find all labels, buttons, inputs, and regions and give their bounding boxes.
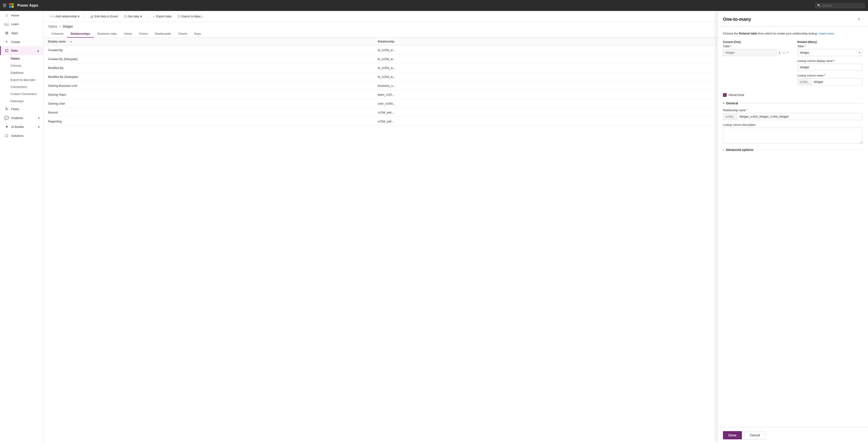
- done-button[interactable]: Done: [723, 431, 742, 439]
- sidebar-item-apps[interactable]: ⊞ Apps: [0, 29, 43, 37]
- advanced-section-title: Advanced options: [726, 148, 753, 152]
- learn-more-link[interactable]: Learn more: [819, 32, 834, 35]
- breadcrumb-tables-link[interactable]: Tables: [48, 25, 57, 28]
- panel-header: One-to-many ×: [717, 11, 868, 27]
- get-data-chevron-icon: ▾: [140, 14, 142, 18]
- row-display-name: Record: [43, 108, 373, 117]
- relationship-line-1: 1: [779, 51, 780, 54]
- lookup-col-display-field: Lookup column display name *: [798, 59, 863, 71]
- top-nav: ☰ Power Apps 🔍: [0, 0, 868, 11]
- export-data-button[interactable]: → Export data: [150, 13, 174, 20]
- sidebar-sub-item-gateways[interactable]: Gateways: [0, 97, 43, 104]
- sidebar-item-flows[interactable]: ↻ Flows: [0, 104, 43, 114]
- app-name: Power Apps: [18, 3, 38, 7]
- tab-forms[interactable]: Forms: [136, 30, 151, 38]
- add-icon: +: [50, 14, 52, 18]
- ai-builder-chevron-icon: ▾: [38, 125, 39, 129]
- excel-icon: 📊: [90, 14, 93, 18]
- current-section-heading: Current (One): [723, 40, 788, 43]
- add-relationship-button[interactable]: + + Add relationship ▾: [48, 13, 82, 20]
- tab-relationships[interactable]: Relationships: [67, 30, 94, 38]
- search-bar[interactable]: 🔍: [815, 3, 865, 8]
- cancel-button[interactable]: Cancel: [744, 431, 766, 439]
- sidebar-item-ai-builder[interactable]: ✦ AI Builder ▾: [0, 122, 43, 131]
- row-display-name: Regarding: [43, 117, 373, 126]
- general-section-title: General: [726, 101, 738, 105]
- current-table-input: [723, 49, 777, 56]
- row-display-name: Owning Team: [43, 90, 373, 99]
- rel-name-prefix: cr25d_: [723, 113, 737, 120]
- general-section-divider[interactable]: ▾ General: [723, 101, 863, 105]
- search-icon: 🔍: [817, 4, 821, 7]
- lookup-desc-textarea[interactable]: [723, 128, 863, 144]
- sidebar-sub-item-export[interactable]: Export to data lake: [0, 76, 43, 83]
- lookup-col-name-split-input: cr25d_: [798, 78, 863, 86]
- one-to-many-panel: One-to-many × Choose the Related table f…: [717, 11, 868, 443]
- hierarchical-label: Hierarchical: [728, 93, 744, 97]
- data-chevron-icon: ▲: [37, 49, 39, 52]
- panel-close-button[interactable]: ×: [855, 15, 863, 23]
- chatbots-icon: 💬: [4, 116, 9, 120]
- rel-name-input[interactable]: [737, 113, 862, 120]
- sidebar-item-solutions[interactable]: ⬡ Solutions: [0, 131, 43, 140]
- advanced-section-divider[interactable]: › Advanced options: [723, 148, 863, 152]
- sidebar-sub-item-choices[interactable]: Choices: [0, 62, 43, 69]
- row-display-name: Created By: [43, 46, 373, 55]
- lookup-col-name-input[interactable]: [811, 78, 862, 85]
- sidebar-sub-item-tables[interactable]: Tables: [0, 55, 43, 62]
- relationship-col-header: Relationship: [378, 40, 394, 43]
- tab-dashboards[interactable]: Dashboards: [151, 30, 175, 38]
- row-display-name: Owning User: [43, 99, 373, 108]
- current-table-field: Table * 1 — *: [723, 45, 788, 56]
- sidebar-sub-item-dataflows[interactable]: Dataflows: [0, 69, 43, 76]
- add-relationship-chevron-icon: ▾: [78, 14, 80, 18]
- export-to-data-lake-button[interactable]: ⬡ Export to data l...: [176, 13, 206, 20]
- panel-description: Choose the Related table from which to c…: [723, 31, 863, 36]
- sidebar-sub-item-custom-connectors[interactable]: Custom Connectors: [0, 90, 43, 97]
- hamburger-icon[interactable]: ☰: [3, 3, 6, 8]
- export-icon: →: [152, 14, 155, 18]
- panel-footer: Done Cancel: [717, 427, 868, 443]
- current-section: Current (One) Table * 1 — *: [723, 40, 788, 89]
- panel-title: One-to-many: [723, 17, 751, 22]
- lookup-desc-field: Lookup column description: [723, 123, 863, 144]
- hierarchical-checkbox[interactable]: ✓: [723, 93, 726, 97]
- lookup-col-name-field: Lookup column name * cr25d_: [798, 74, 863, 86]
- create-icon: +: [4, 40, 9, 44]
- tab-charts[interactable]: Charts: [175, 30, 191, 38]
- sidebar-item-create[interactable]: + Create: [0, 37, 43, 46]
- home-icon: ⌂: [4, 13, 9, 18]
- rel-name-field: Relationship name * cr25d_: [723, 109, 863, 120]
- edit-data-excel-button[interactable]: 📊 Edit data in Excel: [88, 13, 120, 20]
- lookup-col-display-input[interactable]: [798, 64, 863, 71]
- chatbots-chevron-icon: ▾: [38, 117, 39, 120]
- related-table-field: Table * Widget ▾: [798, 45, 863, 56]
- sidebar-item-chatbots[interactable]: 💬 Chatbots ▾: [0, 114, 43, 122]
- related-table-select[interactable]: Widget: [798, 49, 863, 56]
- row-display-name: Owning Business Unit: [43, 81, 373, 90]
- relationship-star: *: [787, 51, 788, 54]
- tab-views[interactable]: Views: [120, 30, 135, 38]
- learn-icon: 📖: [4, 22, 9, 26]
- content-area: + + Add relationship ▾ 📊 Edit data in Ex…: [43, 11, 868, 443]
- search-input[interactable]: [822, 4, 863, 7]
- sidebar-item-learn[interactable]: 📖 Learn: [0, 20, 43, 29]
- general-chevron-icon: ▾: [723, 102, 724, 105]
- solutions-icon: ⬡: [4, 134, 9, 138]
- sidebar-sub-item-connections[interactable]: Connections: [0, 83, 43, 90]
- advanced-divider-line: [755, 150, 863, 150]
- related-table-select-wrapper: Widget ▾: [798, 49, 863, 56]
- breadcrumb-separator: >: [59, 25, 61, 28]
- row-display-name: Modified By: [43, 63, 373, 72]
- checkmark-icon: ✓: [724, 93, 726, 96]
- tab-business-rules[interactable]: Business rules: [94, 30, 121, 38]
- sidebar-item-home[interactable]: ⌂ Home: [0, 11, 43, 20]
- sidebar-item-data[interactable]: ⬡ Data ▲: [0, 46, 43, 55]
- sort-desc-icon[interactable]: ▾: [70, 40, 71, 43]
- tab-keys[interactable]: Keys: [191, 30, 205, 38]
- related-section: Related (Many) Table * Widget: [798, 40, 863, 89]
- tab-columns[interactable]: Columns: [48, 30, 67, 38]
- flows-icon: ↻: [4, 107, 9, 111]
- sort-asc-icon[interactable]: ↑: [67, 40, 68, 43]
- get-data-button[interactable]: ⬡ Get data ▾: [122, 13, 144, 20]
